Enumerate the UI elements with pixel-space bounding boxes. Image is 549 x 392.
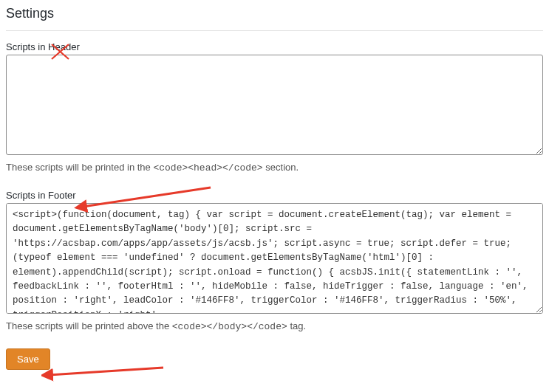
scripts-footer-label: Scripts in Footer — [6, 190, 543, 201]
svg-line-5 — [49, 368, 163, 375]
scripts-header-help: These scripts will be printed in the <co… — [6, 162, 543, 173]
scripts-header-label: Scripts in Header — [6, 41, 543, 52]
save-button[interactable]: Save — [6, 348, 50, 370]
page-title: Settings — [6, 6, 543, 21]
scripts-footer-help: These scripts will be printed above the … — [6, 320, 543, 332]
red-arrow-save-button — [41, 362, 167, 385]
scripts-footer-textarea[interactable] — [6, 203, 543, 314]
scripts-header-textarea[interactable] — [6, 55, 543, 155]
divider — [6, 30, 543, 31]
